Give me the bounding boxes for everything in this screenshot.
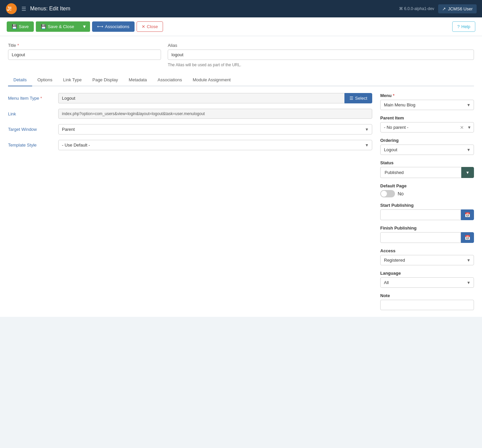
- title-required: *: [17, 43, 19, 48]
- external-link-icon: ↗: [442, 6, 446, 11]
- menu-item-type-label: Menu Item Type *: [8, 93, 55, 101]
- note-field: Note: [380, 293, 474, 310]
- details-panel: Menu Item Type * ☰ Select Link: [8, 93, 474, 310]
- toolbar-right: ? Help: [452, 21, 475, 32]
- svg-text:J!: J!: [7, 6, 12, 12]
- template-style-label: Template Style: [8, 140, 55, 148]
- list-icon: ☰: [349, 96, 353, 101]
- access-select-wrapper: Registered Public Special ▼: [380, 255, 474, 265]
- close-icon: ✕: [142, 24, 145, 29]
- access-select[interactable]: Registered Public Special: [380, 255, 474, 265]
- default-page-toggle[interactable]: [380, 190, 395, 197]
- start-publishing-cal-button[interactable]: 📅: [461, 209, 474, 220]
- close-label: Close: [147, 24, 158, 29]
- save-label: Save: [19, 24, 29, 29]
- alias-label: Alias: [168, 43, 474, 48]
- ordering-select[interactable]: Logout: [380, 145, 474, 155]
- status-field: Status Published ▼: [380, 160, 474, 178]
- parent-item-clear-button[interactable]: ✕: [460, 125, 464, 130]
- status-group: Published ▼: [380, 167, 474, 178]
- link-label: Link: [8, 109, 55, 116]
- access-label: Access: [380, 248, 474, 253]
- default-page-label: Default Page: [380, 183, 474, 188]
- title-input[interactable]: [8, 50, 161, 60]
- close-button[interactable]: ✕ Close: [137, 21, 163, 32]
- right-column: Menu * Main Menu Blog ▼ Parent Item: [380, 93, 474, 310]
- default-page-toggle-label: No: [398, 191, 404, 196]
- finish-publishing-cal-group: 📅: [380, 232, 474, 243]
- template-style-select-wrapper: - Use Default - ▼: [58, 140, 372, 150]
- help-label: Help: [461, 24, 470, 29]
- note-label: Note: [380, 293, 474, 298]
- start-publishing-label: Start Publishing: [380, 203, 474, 208]
- menu-item-type-row: Menu Item Type * ☰ Select: [8, 93, 372, 103]
- note-input[interactable]: [380, 300, 474, 310]
- finish-publishing-input[interactable]: [380, 232, 461, 243]
- associations-label: Associations: [105, 24, 130, 29]
- select-button[interactable]: ☰ Select: [344, 93, 372, 103]
- title-group: Title *: [8, 43, 161, 67]
- select-label: Select: [355, 96, 367, 101]
- menu-item-type-value: ☰ Select: [58, 93, 372, 103]
- status-value: Published: [380, 167, 461, 178]
- start-publishing-input[interactable]: [380, 209, 461, 220]
- save-button[interactable]: 💾 Save: [7, 21, 34, 32]
- finish-publishing-cal-button[interactable]: 📅: [461, 232, 474, 243]
- save-close-icon: 💾: [41, 24, 46, 29]
- target-window-select[interactable]: Parent New window with navigation New wi…: [58, 124, 372, 135]
- tab-details[interactable]: Details: [8, 74, 32, 86]
- save-close-caret[interactable]: ▼: [79, 21, 90, 32]
- alias-hint: The Alias will be used as part of the UR…: [168, 63, 474, 67]
- title-label: Title *: [8, 43, 161, 48]
- menu-select-wrapper: Main Menu Blog ▼: [380, 100, 474, 110]
- tab-options[interactable]: Options: [32, 74, 58, 86]
- tab-metadata[interactable]: Metadata: [124, 74, 152, 86]
- user-name-label: JCMS6 User: [448, 6, 473, 11]
- navbar-brand: J!: [5, 3, 17, 15]
- help-icon: ?: [457, 24, 460, 29]
- tab-link-type[interactable]: Link Type: [58, 74, 87, 86]
- left-column: Menu Item Type * ☰ Select Link: [8, 93, 372, 310]
- finish-publishing-label: Finish Publishing: [380, 226, 474, 231]
- save-close-button[interactable]: 💾 Save & Close: [36, 21, 79, 32]
- tab-associations[interactable]: Associations: [152, 74, 187, 86]
- menu-item-type-input[interactable]: [58, 93, 344, 103]
- save-close-split: 💾 Save & Close ▼: [36, 21, 90, 32]
- menu-label: Menu *: [380, 93, 474, 98]
- start-publishing-field: Start Publishing 📅: [380, 203, 474, 220]
- link-field: index.php?option=com_users&view=login&la…: [58, 109, 372, 119]
- associations-button[interactable]: ⟷ Associations: [92, 21, 135, 32]
- language-select[interactable]: All: [380, 277, 474, 288]
- finish-publishing-field: Finish Publishing 📅: [380, 226, 474, 243]
- status-label: Status: [380, 160, 474, 165]
- ordering-field: Ordering Logout ▼: [380, 138, 474, 155]
- user-menu-button[interactable]: ↗ JCMS6 User: [438, 4, 477, 13]
- access-field: Access Registered Public Special ▼: [380, 248, 474, 265]
- navbar-title: Menus: Edit Item: [30, 6, 70, 12]
- status-dropdown-button[interactable]: ▼: [461, 167, 474, 178]
- ordering-select-wrapper: Logout ▼: [380, 145, 474, 155]
- hamburger-icon[interactable]: ☰: [21, 6, 26, 12]
- target-window-select-wrapper: Parent New window with navigation New wi…: [58, 124, 372, 135]
- navbar: J! ☰ Menus: Edit Item ⌘ 6.0.0-alpha1-dev…: [0, 0, 482, 17]
- target-window-label: Target Window: [8, 124, 55, 132]
- tab-module-assignment[interactable]: Module Assignment: [187, 74, 236, 86]
- target-window-row: Target Window Parent New window with nav…: [8, 124, 372, 135]
- joomla-logo-icon: J!: [5, 3, 17, 15]
- menu-select[interactable]: Main Menu Blog: [380, 100, 474, 110]
- template-style-select[interactable]: - Use Default -: [58, 140, 372, 150]
- default-page-toggle-wrapper: No: [380, 190, 474, 197]
- toolbar: 💾 Save 💾 Save & Close ▼ ⟷ Associations ✕…: [0, 17, 482, 36]
- parent-item-field: Parent Item - No parent - ✕ ▼: [380, 115, 474, 132]
- help-button[interactable]: ? Help: [452, 21, 475, 32]
- link-value: index.php?option=com_users&view=login&la…: [58, 109, 372, 119]
- alias-input[interactable]: [168, 50, 474, 60]
- navbar-right: ⌘ 6.0.0-alpha1-dev ↗ JCMS6 User: [399, 4, 477, 13]
- save-icon: 💾: [12, 24, 17, 29]
- ordering-label: Ordering: [380, 138, 474, 143]
- link-row: Link index.php?option=com_users&view=log…: [8, 109, 372, 119]
- menu-item-type-input-group: ☰ Select: [58, 93, 372, 103]
- template-style-value: - Use Default - ▼: [58, 140, 372, 150]
- tab-page-display[interactable]: Page Display: [87, 74, 124, 86]
- language-field: Language All ▼: [380, 271, 474, 288]
